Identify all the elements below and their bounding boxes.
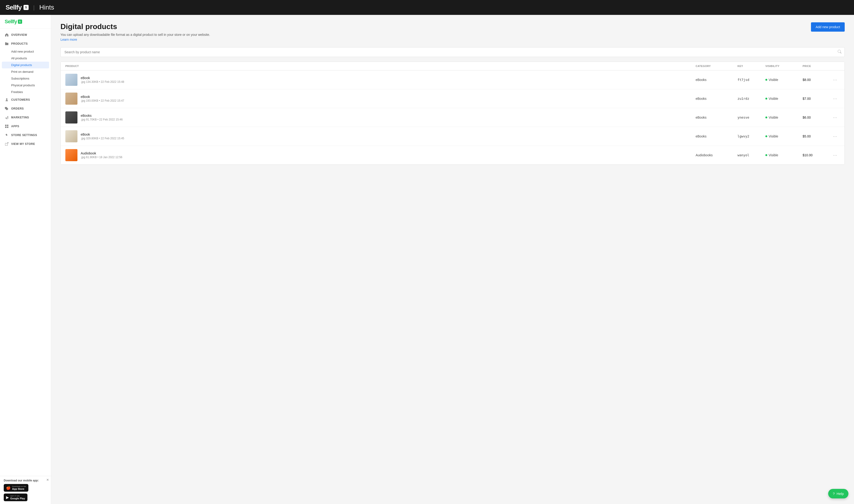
- product-meta-2: .jpg 91.70KB • 22 Feb 2022 15:46: [81, 118, 123, 121]
- sidebar-item-customers[interactable]: CUSTOMERS: [0, 95, 51, 104]
- product-visibility-1: Visible: [765, 97, 803, 101]
- sidebar-item-all-products[interactable]: All products: [0, 55, 51, 61]
- grid-icon: [5, 124, 9, 128]
- add-product-button[interactable]: Add new product: [811, 22, 845, 32]
- table-row: Audiobook .jpg 61.90KB • 18 Jan 2022 12:…: [61, 146, 844, 164]
- sidebar-item-store-settings-label: STORE SETTINGS: [11, 133, 37, 137]
- sidebar-logo: Sellfy S: [0, 15, 51, 29]
- visibility-label-2: Visible: [769, 115, 778, 119]
- search-input[interactable]: [60, 47, 845, 57]
- sidebar-item-apps[interactable]: APPS: [0, 122, 51, 131]
- top-header-title: Hints: [39, 4, 54, 11]
- col-product: PRODUCT: [65, 65, 696, 68]
- visibility-label-3: Visible: [769, 134, 778, 138]
- sidebar-item-physical-products[interactable]: Physical products: [0, 82, 51, 89]
- tag-icon: [5, 107, 9, 111]
- product-thumbnail-3: [65, 130, 77, 142]
- sidebar-item-store-settings[interactable]: STORE SETTINGS: [0, 131, 51, 140]
- product-name-4: Audiobook: [81, 151, 122, 155]
- product-key-1: zu1rdz: [738, 97, 765, 101]
- product-cell-2: eBooks .jpg 91.70KB • 22 Feb 2022 15:46: [65, 111, 696, 124]
- product-cell-1: eBook .jpg 193.00KB • 22 Feb 2022 15:47: [65, 93, 696, 105]
- table-header: PRODUCT CATEGORY KEY VISIBILITY PRICE: [61, 62, 844, 70]
- visibility-dot-1: [765, 98, 767, 100]
- product-price-4: $10.00: [803, 153, 831, 157]
- product-meta-3: .jpg 329.80KB • 22 Feb 2022 15:45: [81, 137, 124, 140]
- help-button[interactable]: ? Help: [828, 489, 849, 499]
- product-more-button-1[interactable]: ···: [831, 95, 840, 102]
- product-visibility-2: Visible: [765, 115, 803, 119]
- table-row: eBook .jpg 134.30KB • 22 Feb 2022 15:48 …: [61, 70, 844, 89]
- sidebar-item-products-label: PRODUCTS: [11, 42, 28, 46]
- sidebar-logo-text: Sellfy: [5, 19, 17, 25]
- product-name-2: eBooks: [81, 114, 123, 118]
- google-play-badge[interactable]: ▶ GET IT ON Google Play: [4, 493, 28, 501]
- product-category-2: eBooks: [696, 115, 738, 119]
- close-mobile-app-banner[interactable]: ✕: [46, 478, 49, 482]
- visibility-label-4: Visible: [769, 153, 778, 157]
- sidebar-item-add-new-product[interactable]: Add new product: [0, 48, 51, 55]
- product-category-1: eBooks: [696, 97, 738, 101]
- product-meta-4: .jpg 61.90KB • 18 Jan 2022 12:56: [81, 156, 122, 159]
- visibility-dot-0: [765, 79, 767, 81]
- product-key-3: lgwvy2: [738, 134, 765, 138]
- product-more-button-0[interactable]: ···: [831, 76, 840, 83]
- google-play-label: Google Play: [10, 497, 25, 500]
- sidebar-logo-badge: S: [18, 20, 22, 24]
- sidebar-item-apps-label: APPS: [11, 125, 19, 128]
- product-thumbnail-4: [65, 149, 77, 161]
- top-header-divider: |: [33, 4, 35, 11]
- product-price-3: $5.00: [803, 134, 831, 138]
- product-visibility-4: Visible: [765, 153, 803, 157]
- sidebar-item-print-on-demand[interactable]: Print on demand: [0, 68, 51, 75]
- product-more-button-2[interactable]: ···: [831, 114, 840, 121]
- external-link-icon: [5, 142, 9, 146]
- svg-rect-0: [5, 125, 6, 126]
- product-info-2: eBooks .jpg 91.70KB • 22 Feb 2022 15:46: [81, 114, 123, 121]
- sidebar-item-overview-label: OVERVIEW: [11, 33, 27, 37]
- sidebar-item-digital-products[interactable]: Digital products: [2, 61, 49, 68]
- apple-app-store-badge[interactable]: 🍎 Download on the App Store: [4, 484, 29, 492]
- svg-rect-1: [7, 125, 8, 126]
- sidebar-item-freebies[interactable]: Freebies: [0, 89, 51, 95]
- apple-icon: 🍎: [6, 486, 11, 490]
- product-cell-3: eBook .jpg 329.80KB • 22 Feb 2022 15:45: [65, 130, 696, 142]
- product-cell-4: Audiobook .jpg 61.90KB • 18 Jan 2022 12:…: [65, 149, 696, 161]
- product-category-3: eBooks: [696, 134, 738, 138]
- product-info-3: eBook .jpg 329.80KB • 22 Feb 2022 15:45: [81, 132, 124, 140]
- sidebar-item-view-my-store[interactable]: VIEW MY STORE: [0, 140, 51, 148]
- visibility-dot-3: [765, 136, 767, 137]
- product-name-1: eBook: [81, 95, 124, 98]
- table-body: eBook .jpg 134.30KB • 22 Feb 2022 15:48 …: [61, 70, 844, 164]
- sidebar-item-customers-label: CUSTOMERS: [11, 98, 30, 102]
- col-price: PRICE: [803, 65, 831, 68]
- product-price-1: $7.00: [803, 97, 831, 101]
- product-visibility-3: Visible: [765, 134, 803, 138]
- folder-icon: [5, 42, 9, 46]
- sidebar-item-marketing-label: MARKETING: [11, 116, 29, 119]
- sidebar-item-orders[interactable]: ORDERS: [0, 104, 51, 113]
- main-layout: Sellfy S OVERVIEW PRODUC: [0, 15, 854, 504]
- sidebar-item-subscriptions[interactable]: Subscriptions: [0, 75, 51, 82]
- product-name-0: eBook: [81, 76, 124, 80]
- home-icon: [5, 33, 9, 37]
- google-play-icon: ▶: [6, 495, 9, 500]
- table-row: eBooks .jpg 91.70KB • 22 Feb 2022 15:46 …: [61, 108, 844, 127]
- product-info-0: eBook .jpg 134.30KB • 22 Feb 2022 15:48: [81, 76, 124, 84]
- sidebar-item-products[interactable]: PRODUCTS: [0, 39, 51, 48]
- search-bar: [60, 47, 845, 57]
- sidebar: Sellfy S OVERVIEW PRODUC: [0, 15, 51, 504]
- product-visibility-0: Visible: [765, 78, 803, 82]
- sidebar-nav: OVERVIEW PRODUCTS Add new product All pr…: [0, 29, 51, 476]
- sidebar-item-marketing[interactable]: MARKETING: [0, 113, 51, 122]
- google-play-sub: GET IT ON: [10, 495, 25, 497]
- product-meta-0: .jpg 134.30KB • 22 Feb 2022 15:48: [81, 80, 124, 84]
- mobile-app-title: Download our mobile app:: [4, 479, 47, 482]
- product-more-button-3[interactable]: ···: [831, 133, 840, 140]
- product-key-0: ft7jsd: [738, 78, 765, 82]
- product-info-4: Audiobook .jpg 61.90KB • 18 Jan 2022 12:…: [81, 151, 122, 159]
- col-visibility: VISIBILITY: [765, 65, 803, 68]
- product-more-button-4[interactable]: ···: [831, 152, 840, 159]
- learn-more-link[interactable]: Learn more: [60, 38, 77, 41]
- sidebar-item-overview[interactable]: OVERVIEW: [0, 31, 51, 39]
